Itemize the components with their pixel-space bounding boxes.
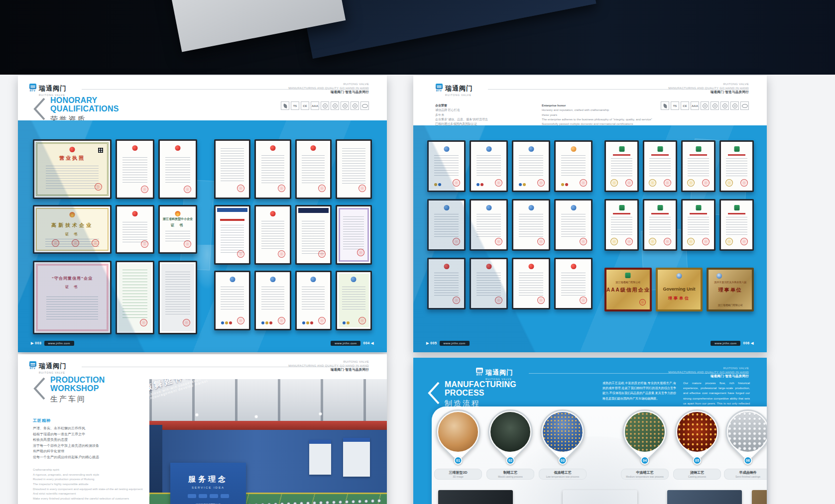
process-intro-cn: 成熟的工艺流程,丰富的历史经验,专业的大规模生产,有效的成本管理,造就了我们独特… [602, 381, 676, 401]
certificate-contract-credit: “守合同重信用”企业证 书 [33, 261, 112, 334]
certificate-frame [254, 205, 291, 265]
step-number-badge: 01 [454, 456, 463, 465]
section-chevron-icon [427, 382, 440, 404]
certificate-iso [427, 140, 466, 192]
certificate-credit [719, 140, 754, 192]
certificate-credit [604, 199, 639, 251]
workshop-photo: 鼓舞延伸市场 achieve win-win cooperation Encou… [149, 379, 387, 504]
brand-logo-icon: RTV [435, 84, 443, 92]
certificate-iso [470, 199, 508, 251]
certificate-credit [681, 140, 716, 192]
process-photo [531, 406, 594, 464]
page-number: ▶ 003 [31, 341, 42, 345]
green-emblem-icon [619, 146, 624, 152]
desk-scene [0, 0, 835, 75]
stamp-badge-icon [730, 101, 739, 110]
service-idea-wall: 服务理念 SERVICE IDEA 浙江瑞通阀门有限公司 [170, 463, 246, 504]
website-badge: www.jrtfm.com [440, 341, 470, 346]
blue-emblem-icon [444, 146, 449, 152]
stamp-badge-icon [720, 101, 729, 110]
process-photo [432, 406, 490, 464]
process-photo [478, 406, 542, 464]
certificate-iso [512, 140, 550, 192]
gold-seal-icon [610, 179, 618, 187]
section-title: PRODUCTION WORKSHOP 生产车间 [33, 376, 105, 404]
workshop-photo-partial [752, 490, 767, 504]
craftsmanship-cn: 严谨、务实、永不松懈的工作作风 植根于瑞通的每一道生产工序之中 检验员高度负责的… [33, 425, 146, 460]
brand-logo: RTV 瑞通阀门RUITONG VALVE [29, 361, 67, 374]
certificate-frame [116, 261, 154, 334]
ce-badge: CE [681, 101, 689, 110]
orange-emblem-icon [571, 146, 576, 152]
spread-honorary-qualifications: RTV 瑞通阀门RUITONG VALVE RUITONG VALVE MANU… [18, 76, 387, 352]
title-en-2: QUALIFICATIONS [50, 105, 119, 113]
brand-logo-icon: RTV [29, 84, 36, 92]
certificate-frame [336, 139, 372, 199]
page-number: 004 ◀ [363, 341, 374, 345]
red-seal-icon [95, 183, 102, 191]
certificate-frame [295, 205, 332, 265]
certificate-frame [295, 139, 332, 199]
title-en-1: HONORARY [50, 97, 119, 105]
certificate-iso [554, 199, 593, 251]
trophy-deco [192, 245, 222, 290]
certificate-frame [116, 205, 154, 254]
brand-logo: RTV 瑞通阀门RUITONG VALVE [476, 368, 513, 381]
plaque-governing-unit: Governing Unit 理事单位 [656, 268, 703, 311]
stamp-badge-icon [331, 101, 339, 110]
certificate-credit [604, 140, 639, 192]
certificate-frame [116, 139, 154, 199]
qr-code-icon [98, 148, 103, 153]
brand-logo: RTV 瑞通阀门RUITONG VALVE [29, 84, 67, 97]
oval-stamp-badge-icon [740, 101, 749, 110]
certificate-sheet: 浙江瑞通阀门有限公司 AAA级信用企业 Governing Unit 理事单位 … [413, 125, 767, 352]
flame-emblem-icon [70, 212, 75, 217]
stamp-badge-icon [711, 101, 719, 110]
workshop-photo-partial [667, 490, 742, 504]
certificate-iso [554, 140, 593, 192]
certificate-iso [336, 271, 372, 330]
plaque-council-member: 温州市龙湾区永兴商会第六届 理事单位 浙江瑞通阀门有限公司 [707, 268, 754, 311]
craftsmanship-en: Craftsmanship spirit A rigorous, pragmat… [33, 468, 146, 501]
certificate-smes: 浙江省科技型中小企业证 书 [158, 205, 197, 254]
section-title: MANUFACTURING PROCESS 制造流程 [427, 381, 516, 408]
header-slogan: RUITONG VALVE MANUFACTURING AND QUALITY … [288, 82, 369, 95]
oval-stamp-badge-icon [360, 101, 369, 110]
aaa-badge: AAA [311, 101, 319, 110]
certificate-frame [214, 139, 250, 199]
website-badge: www.jrtfm.com [331, 341, 360, 346]
process-step: 03 低温蜡工艺Low temperature wax process [538, 409, 588, 454]
certificate-credit [681, 199, 716, 251]
page-number: ▶ 005 [426, 341, 437, 345]
association-logo-icon [716, 273, 722, 279]
certificate-sheet: 营业执照 高新技术企业证 书 浙江省科技型中小企业证 书 “守合同重信用”企业证… [18, 120, 387, 352]
process-photo [613, 406, 676, 464]
footer-right: www.jrtfm.com006 ◀ [711, 341, 754, 346]
website-badge: www.jrtfm.com [711, 341, 740, 346]
plaque-aaa-credit: 浙江瑞通阀门有限公司 AAA级信用企业 [604, 268, 652, 311]
certification-badges: TS CE AAA [661, 101, 749, 110]
process-photo [665, 406, 728, 464]
ts-badge: TS [671, 101, 679, 110]
certification-badges: TS CE AAA [281, 101, 369, 110]
accreditation-marks [221, 321, 232, 324]
process-step: 06 半成品铸件Semi-finished castings [723, 409, 767, 454]
header-slogan: RUITONG VALVE MANUFACTURING AND QUALITY … [288, 360, 369, 372]
certificate-frame [427, 258, 466, 309]
leaf-badge-icon [281, 101, 289, 110]
process-step: 01 三维射型3D3D image [433, 409, 483, 454]
spread-enterprise-honor: RTV 瑞通阀门RUITONG VALVE RUITONG VALVE MANU… [413, 76, 767, 352]
footer-right: www.jrtfm.com004 ◀ [331, 341, 374, 346]
section-chevron-icon [33, 377, 46, 400]
blue-emblem-icon [230, 277, 235, 282]
header-slogan: RUITONG VALVE MANUFACTURING AND QUALITY … [668, 82, 749, 95]
ts-badge: TS [291, 101, 299, 110]
spread-production-workshop: RTV 瑞通阀门RUITONG VALVE RUITONG VALVE MANU… [18, 354, 387, 504]
certificate-frame [214, 205, 250, 265]
stamp-badge-icon [321, 101, 329, 110]
craftsmanship-text: 工匠精神 严谨、务实、永不松懈的工作作风 植根于瑞通的每一道生产工序之中 检验员… [33, 418, 146, 501]
green-emblem-icon [625, 273, 631, 278]
certificate-credit [719, 199, 754, 251]
stamp-badge-icon [341, 101, 349, 110]
footer-left: ▶ 003www.jrtfm.com [31, 341, 74, 346]
